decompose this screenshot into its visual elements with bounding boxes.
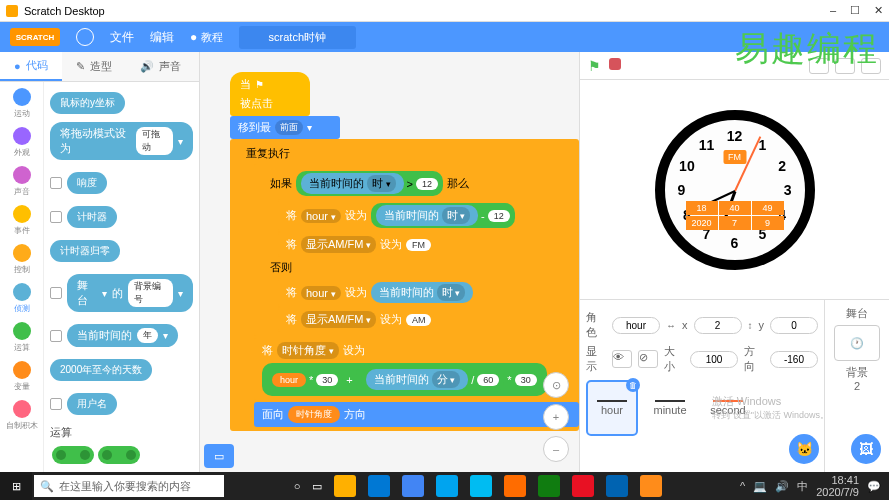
blk-point-dir[interactable]: 面向 时针角度 方向 <box>254 402 579 427</box>
task-app1[interactable] <box>436 475 458 497</box>
task-scratch[interactable] <box>640 475 662 497</box>
maximize-button[interactable]: ☐ <box>850 4 860 17</box>
task-app3[interactable] <box>504 475 526 497</box>
sprite-size-input[interactable] <box>690 351 738 368</box>
clock-face: 12 1 2 3 4 5 6 7 8 9 10 11 FM 184049 202… <box>655 110 815 270</box>
titlebar: Scratch Desktop – ☐ ✕ <box>0 0 889 22</box>
blk-if-else[interactable]: 如果 当前时间的 时 ▾ > 12 那么 将 hour ▾ 设为 当前时间的 时… <box>254 164 579 336</box>
task-app5[interactable] <box>572 475 594 497</box>
blk-goto-front[interactable]: 移到最 前面 ▾ <box>230 116 340 139</box>
taskbar-search[interactable]: 🔍 在这里输入你要搜索的内容 <box>34 475 224 497</box>
task-explorer[interactable] <box>334 475 356 497</box>
blk-dragmode[interactable]: 将拖动模式设为可拖动 ▾ <box>50 122 193 160</box>
menubar: SCRATCH 文件 编辑 ● 教程 scratch时钟 <box>0 22 889 52</box>
blk-set-ampm-fm[interactable]: 将 显示AM/FM ▾ 设为 FM <box>278 232 579 257</box>
app-icon <box>6 5 18 17</box>
language-icon[interactable] <box>76 28 94 46</box>
blk-op1[interactable] <box>52 446 94 464</box>
blk-set-hour-2[interactable]: 将 hour ▾ 设为 当前时间的 时 ▾ <box>278 278 579 307</box>
monitor-grid: 184049 202079 <box>686 201 784 230</box>
taskbar: ⊞ 🔍 在这里输入你要搜索的内容 ○ ▭ ^ 💻 🔊 中 18:412020/7… <box>0 472 889 500</box>
blk-current-time[interactable]: 当前时间的 年 ▾ <box>50 320 193 351</box>
editor-tabs: ● 代码 ✎ 造型 🔊 声音 <box>0 52 199 82</box>
task-app2[interactable] <box>470 475 492 497</box>
add-backdrop-button[interactable]: 🖼 <box>851 434 881 464</box>
task-edge[interactable] <box>368 475 390 497</box>
blk-op2[interactable] <box>98 446 140 464</box>
blk-timer[interactable]: 计时器 <box>50 202 193 232</box>
stage-small[interactable] <box>809 58 829 74</box>
sprite-thumb-hour[interactable]: 🗑hour <box>586 380 638 436</box>
palette-operators-title: 运算 <box>50 425 193 440</box>
sprite-dir-input[interactable] <box>770 351 818 368</box>
cat-sensing[interactable]: 侦测 <box>13 283 31 314</box>
block-palette: 鼠标的y坐标 将拖动模式设为可拖动 ▾ 响度 计时器 计时器归零 舞台 ▾ 的 … <box>44 82 199 472</box>
zoom-out[interactable]: – <box>543 436 569 462</box>
blk-reset-timer[interactable]: 计时器归零 <box>50 240 120 262</box>
menu-file[interactable]: 文件 <box>110 29 134 46</box>
task-cortana[interactable]: ○ <box>294 480 301 492</box>
tab-costumes[interactable]: ✎ 造型 <box>62 52 126 81</box>
scratch-logo[interactable]: SCRATCH <box>10 28 60 46</box>
stage-thumb[interactable]: 🕐 <box>834 325 880 361</box>
blk-forever[interactable]: 重复执行 如果 当前时间的 时 ▾ > 12 那么 将 hour ▾ 设为 当前… <box>230 139 579 431</box>
menu-edit[interactable]: 编辑 <box>150 29 174 46</box>
sprite-name-input[interactable] <box>612 317 660 334</box>
sprite-y-input[interactable] <box>770 317 818 334</box>
tab-sounds[interactable]: 🔊 声音 <box>126 52 195 81</box>
task-chrome[interactable] <box>402 475 424 497</box>
script-workspace[interactable]: 当 ⚑ 被点击 移到最 前面 ▾ 重复执行 如果 当前时间的 时 ▾ > 12 … <box>200 52 579 472</box>
monitor-fm: FM <box>723 150 746 164</box>
cat-operators[interactable]: 运算 <box>13 322 31 353</box>
stop-button[interactable] <box>609 58 621 70</box>
cat-variables[interactable]: 变量 <box>13 361 31 392</box>
backpack-button[interactable]: ▭ <box>204 444 234 468</box>
cat-events[interactable]: 事件 <box>13 205 31 236</box>
sprite-thumb-minute[interactable]: minute <box>644 380 696 436</box>
cat-control[interactable]: 控制 <box>13 244 31 275</box>
add-sprite-button[interactable]: 🐱 <box>789 434 819 464</box>
project-name-input[interactable]: scratch时钟 <box>239 26 356 49</box>
blk-mouse-y[interactable]: 鼠标的y坐标 <box>50 92 125 114</box>
hide-button[interactable]: ⊘ <box>638 350 658 368</box>
blk-when-flag[interactable]: 当 ⚑ 被点击 <box>230 72 310 116</box>
zoom-in[interactable]: + <box>543 404 569 430</box>
blk-username[interactable]: 用户名 <box>50 389 193 419</box>
cat-sound[interactable]: 声音 <box>13 166 31 197</box>
cat-motion[interactable]: 运动 <box>13 88 31 119</box>
tray-net-icon[interactable]: 💻 <box>753 480 767 493</box>
close-button[interactable]: ✕ <box>874 4 883 17</box>
task-view[interactable]: ▭ <box>312 480 322 493</box>
tray-ime-icon[interactable]: 中 <box>797 479 808 494</box>
cat-myblocks[interactable]: 自制积木 <box>6 400 38 431</box>
stage[interactable]: 12 1 2 3 4 5 6 7 8 9 10 11 FM 184049 202… <box>580 80 889 300</box>
category-column: 运动 外观 声音 事件 控制 侦测 运算 变量 自制积木 <box>0 82 44 472</box>
menu-tutorials[interactable]: ● 教程 <box>190 30 223 45</box>
stage-large[interactable] <box>835 58 855 74</box>
tray-up-icon[interactable]: ^ <box>740 480 745 492</box>
blk-set-ampm-am[interactable]: 将 显示AM/FM ▾ 设为 AM <box>278 307 579 332</box>
activate-windows: 激活 Windows转到"设置"以激活 Windows。 <box>712 394 829 422</box>
blk-days-since[interactable]: 2000年至今的天数 <box>50 359 152 381</box>
stage-full[interactable] <box>861 58 881 74</box>
green-flag[interactable]: ⚑ <box>588 58 601 74</box>
show-button[interactable]: 👁 <box>612 350 632 368</box>
blk-set-hour-1[interactable]: 将 hour ▾ 设为 当前时间的 时 ▾ - 12 <box>278 199 579 232</box>
task-app4[interactable] <box>538 475 560 497</box>
tray-notif-icon[interactable]: 💬 <box>867 480 881 493</box>
sprite-x-input[interactable] <box>694 317 742 334</box>
blk-set-angle[interactable]: 将 时针角度 ▾ 设为 hour * 30 + 当前时间的 分 ▾ / 60 *… <box>254 338 579 400</box>
delete-sprite-icon[interactable]: 🗑 <box>626 378 640 392</box>
cat-looks[interactable]: 外观 <box>13 127 31 158</box>
start-button[interactable]: ⊞ <box>0 472 32 500</box>
app-title: Scratch Desktop <box>24 5 105 17</box>
tab-code[interactable]: ● 代码 <box>0 52 62 81</box>
tray-clock[interactable]: 18:412020/7/9 <box>816 474 859 498</box>
zoom-reset[interactable]: ⊙ <box>543 372 569 398</box>
minimize-button[interactable]: – <box>830 4 836 17</box>
blk-backdrop-of[interactable]: 舞台 ▾ 的 背景编号 ▾ <box>50 270 193 316</box>
blk-loudness[interactable]: 响度 <box>50 168 193 198</box>
tray-vol-icon[interactable]: 🔊 <box>775 480 789 493</box>
task-app6[interactable] <box>606 475 628 497</box>
